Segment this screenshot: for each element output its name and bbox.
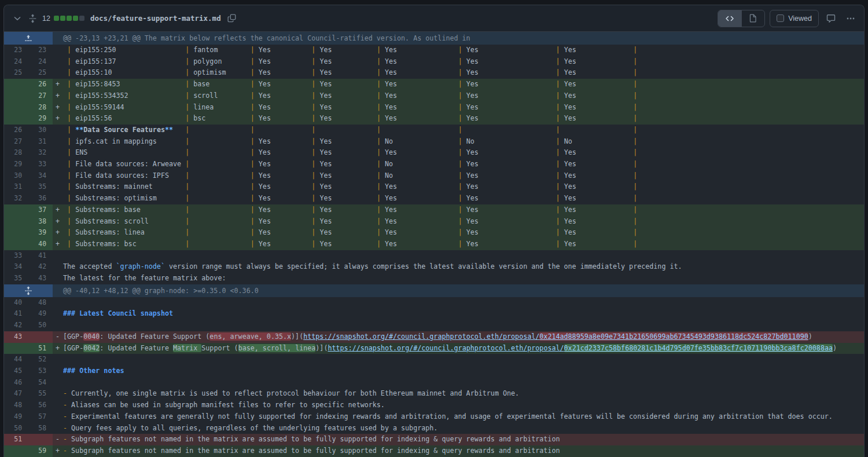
old-line-number[interactable] — [4, 102, 28, 114]
file-path-link[interactable]: docs/feature-support-matrix.md — [90, 14, 221, 23]
old-line-number[interactable] — [4, 113, 28, 125]
copy-path-button[interactable] — [225, 11, 240, 26]
old-line-number[interactable]: 31 — [4, 181, 28, 193]
new-line-number[interactable]: 27 — [28, 90, 53, 102]
old-line-number[interactable]: 43 — [4, 331, 28, 343]
old-line-number[interactable]: 34 — [4, 261, 28, 273]
old-line-number[interactable]: 44 — [4, 354, 28, 365]
old-line-number[interactable]: 23 — [4, 45, 28, 56]
new-line-number[interactable]: 25 — [28, 67, 53, 79]
hunk-header-row: @@ -23,13 +23,21 @@ The matrix below ref… — [4, 32, 864, 45]
new-line-number[interactable]: 31 — [28, 136, 53, 148]
new-line-number[interactable]: 50 — [28, 320, 53, 331]
new-line-number[interactable]: 43 — [28, 273, 53, 284]
new-line-number[interactable]: 49 — [28, 308, 53, 320]
old-line-number[interactable]: 25 — [4, 67, 28, 79]
new-line-number[interactable]: 55 — [28, 388, 53, 400]
code-segment: | — [377, 171, 381, 180]
code-segment: | — [556, 171, 560, 180]
new-line-number[interactable]: 48 — [28, 297, 53, 309]
code-segment: | — [251, 80, 255, 88]
new-line-number[interactable]: 26 — [28, 79, 53, 90]
old-line-number[interactable]: 26 — [4, 125, 28, 136]
rendered-view-button[interactable] — [741, 10, 764, 27]
new-line-number[interactable]: 56 — [28, 400, 53, 411]
code-segment: | — [458, 206, 462, 214]
new-line-number[interactable]: 58 — [28, 423, 53, 434]
code-segment: Yes — [255, 194, 312, 202]
code-content: - Currently, one single matrix is used t… — [63, 388, 864, 400]
new-line-number[interactable] — [28, 434, 53, 445]
old-line-number[interactable]: 33 — [4, 250, 28, 262]
file-options-button[interactable] — [843, 11, 858, 26]
old-line-number[interactable] — [4, 445, 28, 457]
code-content: | Substreams: base | | Yes | Yes | Yes |… — [63, 204, 864, 216]
new-line-number[interactable]: 24 — [28, 56, 53, 68]
old-line-number[interactable]: 32 — [4, 193, 28, 204]
hunk-header-text: @@ -23,13 +23,21 @@ The matrix below ref… — [53, 32, 470, 45]
old-line-number[interactable]: 41 — [4, 308, 28, 320]
new-line-number[interactable]: 36 — [28, 193, 53, 204]
old-line-number[interactable] — [4, 79, 28, 90]
old-line-number[interactable]: 42 — [4, 320, 28, 331]
code-segment: Yes — [315, 217, 377, 225]
old-line-number[interactable]: 27 — [4, 136, 28, 148]
new-line-number[interactable]: 33 — [28, 159, 53, 170]
expand-hunk-button[interactable] — [4, 284, 53, 297]
code-segment — [189, 217, 251, 225]
old-line-number[interactable]: 35 — [4, 273, 28, 284]
new-line-number[interactable]: 38 — [28, 216, 53, 228]
old-line-number[interactable] — [4, 239, 28, 250]
old-line-number[interactable]: 30 — [4, 170, 28, 182]
diff-marker — [53, 170, 63, 182]
code-segment: Experimental features are generally not … — [67, 412, 833, 421]
new-line-number[interactable]: 52 — [28, 354, 53, 365]
collapse-file-button[interactable] — [10, 11, 25, 26]
old-line-number[interactable] — [4, 343, 28, 354]
old-line-number[interactable]: 50 — [4, 423, 28, 434]
new-line-number[interactable]: 39 — [28, 227, 53, 239]
old-line-number[interactable]: 28 — [4, 147, 28, 159]
old-line-number[interactable] — [4, 227, 28, 239]
old-line-number[interactable]: 24 — [4, 56, 28, 68]
old-line-number[interactable]: 47 — [4, 388, 28, 400]
new-line-number[interactable]: 54 — [28, 377, 53, 389]
new-line-number[interactable]: 40 — [28, 239, 53, 250]
old-line-number[interactable] — [4, 90, 28, 102]
new-line-number[interactable]: 51 — [28, 343, 53, 354]
diff-line: 26+ | eip155:8453 | base | Yes | Yes | Y… — [4, 79, 864, 90]
old-line-number[interactable]: 29 — [4, 159, 28, 170]
old-line-number[interactable] — [4, 216, 28, 228]
old-line-number[interactable]: 51 — [4, 434, 28, 445]
code-segment: Yes — [381, 103, 458, 111]
code-segment: Substreams: base — [71, 206, 185, 214]
new-line-number[interactable]: 23 — [28, 45, 53, 56]
old-line-number[interactable]: 48 — [4, 400, 28, 411]
new-line-number[interactable]: 34 — [28, 170, 53, 182]
viewed-checkbox[interactable] — [777, 14, 784, 22]
expand-hunk-button[interactable] — [4, 32, 53, 45]
source-view-button[interactable] — [718, 10, 741, 27]
new-line-number[interactable]: 30 — [28, 125, 53, 136]
code-segment: | — [556, 148, 560, 156]
new-line-number[interactable]: 35 — [28, 181, 53, 193]
old-line-number[interactable]: 49 — [4, 411, 28, 423]
expand-all-hunks-button[interactable] — [25, 11, 40, 26]
new-line-number[interactable]: 37 — [28, 204, 53, 216]
new-line-number[interactable]: 42 — [28, 261, 53, 273]
new-line-number[interactable]: 29 — [28, 113, 53, 125]
new-line-number[interactable]: 32 — [28, 147, 53, 159]
old-line-number[interactable]: 45 — [4, 365, 28, 377]
new-line-number[interactable]: 57 — [28, 411, 53, 423]
viewed-toggle[interactable]: Viewed — [770, 10, 819, 27]
old-line-number[interactable]: 40 — [4, 297, 28, 309]
diff-marker — [53, 250, 63, 262]
new-line-number[interactable]: 53 — [28, 365, 53, 377]
new-line-number[interactable]: 59 — [28, 445, 53, 457]
comment-button[interactable] — [823, 11, 838, 26]
old-line-number[interactable] — [4, 204, 28, 216]
new-line-number[interactable]: 28 — [28, 102, 53, 114]
new-line-number[interactable] — [28, 331, 53, 343]
new-line-number[interactable]: 41 — [28, 250, 53, 262]
old-line-number[interactable]: 46 — [4, 377, 28, 389]
